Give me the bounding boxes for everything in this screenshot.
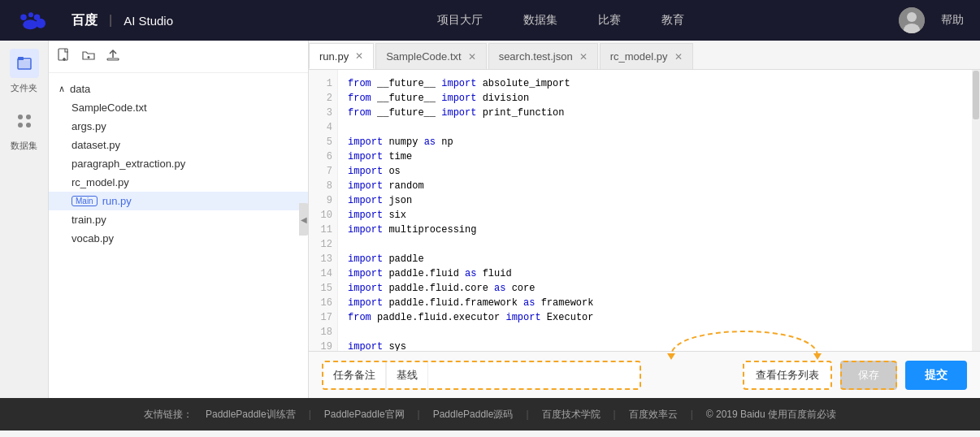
- svg-point-4: [23, 19, 37, 29]
- code-line: import numpy as np: [348, 135, 970, 149]
- svg-rect-11: [18, 57, 24, 60]
- code-line: from __future__ import print_function: [348, 106, 970, 120]
- footer-link-4[interactable]: 百度效率云: [629, 408, 678, 422]
- sidebar-item-datasets[interactable]: [10, 106, 39, 136]
- divider: |: [109, 13, 112, 28]
- line-number: 14: [309, 266, 337, 281]
- line-number: 1: [309, 76, 337, 91]
- tab-search-json-label: search.test.json: [499, 50, 573, 63]
- action-bar: 任务备注 基线 查看任务列表 保存 提交: [309, 351, 980, 398]
- code-line: import paddle.fluid.core as core: [348, 281, 970, 296]
- file-run-label: run.py: [102, 195, 132, 207]
- file-samplecode[interactable]: SampleCode.txt: [49, 98, 308, 117]
- file-dataset[interactable]: dataset.py: [49, 136, 308, 154]
- tab-samplecode-close[interactable]: ✕: [468, 51, 476, 63]
- new-file-icon[interactable]: [57, 48, 72, 66]
- sidebar-item-files[interactable]: [10, 49, 39, 78]
- nav-competition[interactable]: 比赛: [598, 13, 621, 28]
- code-line: [348, 325, 970, 340]
- code-line: import os: [348, 164, 970, 179]
- line-number: 11: [309, 223, 337, 237]
- folder-data[interactable]: ∧ data: [49, 80, 308, 98]
- svg-point-14: [18, 123, 23, 128]
- code-line: import paddle.fluid as fluid: [348, 266, 970, 281]
- footer-link-0[interactable]: PaddlePaddle训练营: [206, 408, 296, 422]
- right-actions: 查看任务列表 保存 提交: [743, 361, 967, 390]
- sidebar-label-files: 文件夹: [11, 82, 37, 94]
- code-line: import multiprocessing: [348, 223, 970, 237]
- help-link[interactable]: 帮助: [941, 13, 964, 28]
- file-vocab[interactable]: vocab.py: [49, 229, 308, 248]
- line-number: 15: [309, 281, 337, 296]
- line-number: 19: [309, 340, 337, 351]
- tab-search-json-close[interactable]: ✕: [579, 51, 588, 63]
- code-line: [348, 237, 970, 252]
- scrollbar-thumb[interactable]: [973, 71, 979, 119]
- svg-rect-10: [18, 60, 31, 69]
- panel-collapse-arrow[interactable]: ◀: [299, 203, 309, 236]
- tab-rc-model[interactable]: rc_model.py ✕: [600, 43, 693, 69]
- line-number: 18: [309, 325, 337, 340]
- code-line: import six: [348, 208, 970, 223]
- new-folder-icon[interactable]: [81, 48, 96, 66]
- scrollbar-vertical[interactable]: [972, 70, 980, 351]
- svg-rect-16: [59, 49, 67, 60]
- file-rcmodel[interactable]: rc_model.py: [49, 173, 308, 192]
- file-toolbar: [49, 41, 308, 73]
- footer: 友情链接： PaddlePaddle训练营 | PaddlePaddle官网 |…: [0, 398, 980, 431]
- baseline-label: 基线: [386, 362, 428, 388]
- nav-datasets[interactable]: 数据集: [523, 13, 557, 28]
- avatar[interactable]: [899, 7, 925, 33]
- nav-projects[interactable]: 项目大厅: [437, 13, 483, 28]
- svg-point-6: [907, 12, 917, 22]
- code-content[interactable]: from __future__ import absolute_importfr…: [338, 70, 980, 351]
- baidu-text: 百度: [72, 12, 98, 29]
- svg-rect-21: [107, 58, 119, 60]
- tab-samplecode[interactable]: SampleCode.txt ✕: [375, 43, 487, 69]
- file-train[interactable]: train.py: [49, 210, 308, 229]
- file-panel: ∧ data SampleCode.txt args.py dataset.py…: [49, 41, 309, 398]
- code-line: import time: [348, 149, 970, 164]
- submit-button[interactable]: 提交: [905, 361, 967, 390]
- code-line: from __future__ import division: [348, 91, 970, 106]
- code-line: [348, 120, 970, 135]
- logo: 百度 | AI Studio: [16, 9, 173, 32]
- line-number: 16: [309, 296, 337, 310]
- task-input-group: 任务备注 基线: [322, 361, 641, 390]
- line-number: 6: [309, 149, 337, 164]
- sidebar-label-datasets: 数据集: [11, 140, 37, 152]
- save-button[interactable]: 保存: [840, 361, 897, 390]
- tab-search-json[interactable]: search.test.json ✕: [488, 43, 598, 69]
- svg-point-15: [26, 123, 31, 128]
- svg-point-13: [26, 115, 31, 119]
- file-run[interactable]: Main run.py: [49, 192, 308, 210]
- task-label: 任务备注: [323, 362, 386, 388]
- main-nav: 项目大厅 数据集 比赛 教育: [222, 13, 899, 28]
- svg-point-0: [20, 15, 27, 21]
- code-line: import paddle: [348, 252, 970, 266]
- tab-rc-model-close[interactable]: ✕: [674, 51, 683, 63]
- folder-data-label: data: [70, 83, 90, 95]
- code-editor[interactable]: 123456789101112131415161718192021222324 …: [309, 70, 980, 351]
- tab-run-py[interactable]: run.py ✕: [309, 43, 374, 69]
- footer-link-3[interactable]: 百度技术学院: [542, 408, 601, 422]
- line-number: 3: [309, 106, 337, 120]
- tab-run-py-close[interactable]: ✕: [355, 50, 363, 62]
- line-number: 17: [309, 310, 337, 325]
- svg-point-12: [18, 115, 23, 119]
- tab-rc-model-label: rc_model.py: [610, 50, 668, 63]
- svg-marker-23: [667, 353, 675, 360]
- file-args[interactable]: args.py: [49, 117, 308, 136]
- footer-link-2[interactable]: PaddlePaddle源码: [433, 408, 514, 422]
- upload-icon[interactable]: [106, 48, 120, 66]
- nav-education[interactable]: 教育: [661, 13, 684, 28]
- svg-point-1: [28, 12, 33, 17]
- code-line: import random: [348, 179, 970, 193]
- line-numbers: 123456789101112131415161718192021222324: [309, 70, 338, 351]
- footer-link-1[interactable]: PaddlePaddle官网: [324, 408, 405, 422]
- baseline-input[interactable]: [428, 362, 640, 388]
- file-paragraph[interactable]: paragraph_extraction.py: [49, 154, 308, 173]
- editor-tabs: run.py ✕ SampleCode.txt ✕ search.test.js…: [309, 41, 980, 70]
- view-tasks-button[interactable]: 查看任务列表: [743, 361, 832, 390]
- code-line: from paddle.fluid.executor import Execut…: [348, 310, 970, 325]
